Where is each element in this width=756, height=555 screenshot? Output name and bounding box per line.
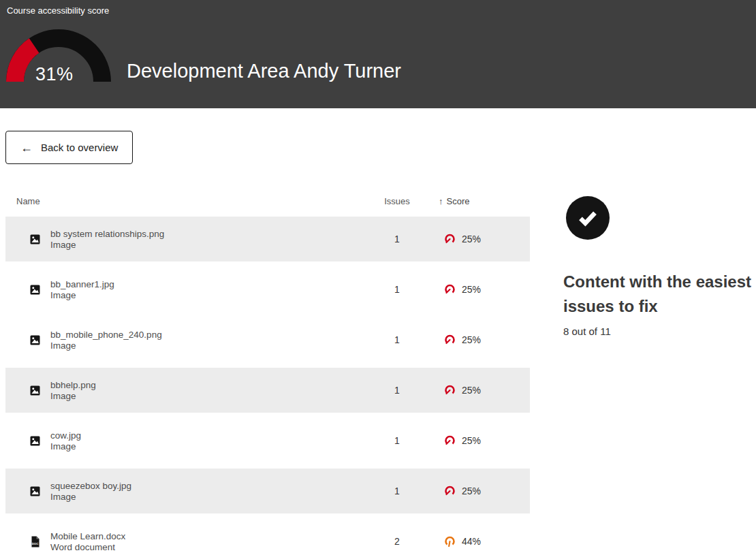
score-cell: 44% — [435, 536, 530, 547]
issues-count: 1 — [360, 284, 435, 295]
course-score-value: 31% — [35, 64, 74, 85]
check-circle-icon — [566, 196, 610, 240]
course-score-label: Course accessibility score — [7, 5, 109, 16]
file-name-cell: DOCMobile Learn.docxWord document — [5, 531, 360, 552]
back-button-label: Back to overview — [41, 142, 118, 153]
score-value: 25% — [462, 234, 481, 244]
score-gauge-icon — [444, 435, 456, 446]
column-header-issues[interactable]: Issues — [360, 196, 435, 206]
issues-count: 1 — [360, 435, 435, 446]
image-file-icon — [30, 285, 40, 295]
issues-count: 1 — [360, 486, 435, 496]
course-header: Course accessibility score 31% Developme… — [0, 0, 756, 108]
score-value: 44% — [462, 536, 481, 547]
table-row[interactable]: DOCMobile Learn.docxWord document244% — [5, 519, 530, 555]
file-name: Mobile Learn.docx — [50, 531, 125, 541]
table-row[interactable]: cow.jpgImage125% — [5, 418, 530, 463]
issues-count: 1 — [360, 234, 435, 244]
word-file-icon: DOC — [30, 536, 40, 548]
score-cell: 25% — [435, 234, 530, 244]
table-row[interactable]: bbhelp.pngImage125% — [5, 368, 530, 413]
file-type: Word document — [50, 542, 125, 552]
score-gauge-icon — [444, 284, 456, 295]
sort-ascending-icon: ↑ — [439, 196, 443, 206]
score-cell: 25% — [435, 486, 530, 496]
score-cell: 25% — [435, 385, 530, 396]
file-type: Image — [50, 492, 131, 502]
image-file-icon — [30, 234, 40, 244]
content-table: Name Issues ↑ Score bb system relationsh… — [5, 191, 530, 555]
image-file-icon — [30, 436, 40, 446]
course-title: Development Area Andy Turner — [127, 60, 401, 82]
table-header-row: Name Issues ↑ Score — [5, 191, 530, 211]
score-value: 25% — [462, 334, 481, 345]
file-type: Image — [50, 391, 96, 401]
file-type: Image — [50, 340, 162, 351]
table-row[interactable]: squeezebox boy.jpgImage125% — [5, 469, 530, 513]
easiest-fixes-panel: Content with the easiest issues to fix 8… — [563, 196, 756, 337]
svg-text:DOC: DOC — [32, 542, 40, 545]
file-name: bbhelp.png — [50, 380, 96, 390]
file-name: squeezebox boy.jpg — [50, 481, 131, 491]
score-gauge-icon — [444, 486, 456, 496]
table-row[interactable]: bb_mobile_phone_240.pngImage125% — [5, 317, 530, 362]
score-gauge-icon — [444, 385, 456, 396]
back-to-overview-button[interactable]: ← Back to overview — [5, 131, 133, 164]
panel-count: 8 out of 11 — [563, 326, 756, 337]
score-gauge-icon — [444, 234, 456, 244]
score-value: 25% — [462, 284, 481, 295]
column-header-score[interactable]: ↑ Score — [435, 196, 530, 206]
table-row[interactable]: bb system relationships.pngImage125% — [5, 217, 530, 261]
table-body: bb system relationships.pngImage125%bb_b… — [5, 217, 530, 555]
column-header-score-label: Score — [447, 196, 470, 206]
score-cell: 25% — [435, 435, 530, 446]
file-name-cell: bbhelp.pngImage — [5, 380, 360, 401]
issues-count: 2 — [360, 536, 435, 547]
table-row[interactable]: bb_banner1.jpgImage125% — [5, 267, 530, 312]
course-score-gauge: 31% — [3, 22, 114, 94]
file-type: Image — [50, 441, 81, 451]
score-cell: 25% — [435, 284, 530, 295]
issues-count: 1 — [360, 334, 435, 345]
score-value: 25% — [462, 385, 481, 396]
score-value: 25% — [462, 486, 481, 496]
file-name-cell: bb_mobile_phone_240.pngImage — [5, 330, 360, 351]
file-type: Image — [50, 240, 164, 250]
ally-course-accessibility-report: Course accessibility score 31% Developme… — [0, 0, 756, 555]
panel-heading: Content with the easiest issues to fix — [563, 270, 756, 319]
file-name-cell: bb_banner1.jpgImage — [5, 279, 360, 300]
column-header-name[interactable]: Name — [5, 196, 360, 206]
score-gauge-icon — [444, 536, 456, 547]
file-name: bb_banner1.jpg — [50, 279, 114, 289]
score-value: 25% — [462, 435, 481, 446]
file-type: Image — [50, 290, 114, 300]
file-name: bb_mobile_phone_240.png — [50, 330, 162, 340]
image-file-icon — [30, 335, 40, 345]
image-file-icon — [30, 385, 40, 396]
file-name: bb system relationships.png — [50, 229, 164, 239]
image-file-icon — [30, 486, 40, 496]
back-arrow-icon: ← — [20, 142, 33, 154]
file-name-cell: squeezebox boy.jpgImage — [5, 481, 360, 502]
file-name: cow.jpg — [50, 430, 81, 441]
score-cell: 25% — [435, 334, 530, 345]
issues-count: 1 — [360, 385, 435, 396]
score-gauge-icon — [444, 334, 456, 345]
file-name-cell: bb system relationships.pngImage — [5, 229, 360, 250]
file-name-cell: cow.jpgImage — [5, 430, 360, 451]
